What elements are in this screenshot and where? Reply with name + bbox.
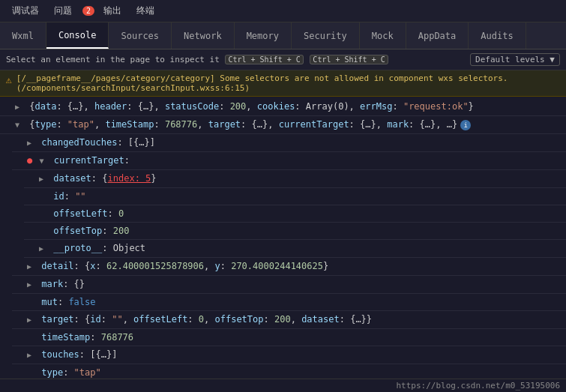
- warning-bar: ⚠ [/__pageframe__/pages/category/categor…: [0, 70, 566, 97]
- prop-key: currentTarget: [54, 155, 124, 166]
- prop-key: dataset: [53, 173, 91, 184]
- log-entry: {data: {…}, header: {…}, statusCode: 200…: [0, 98, 566, 116]
- log-level-dropdown[interactable]: Default levels ▼: [470, 53, 560, 66]
- menu-debugger[interactable]: 调试器: [6, 3, 45, 19]
- prop-key: touches: [41, 349, 79, 360]
- warning-icon: ⚠: [6, 74, 12, 85]
- prop-key: __proto__: [53, 243, 102, 253]
- log-entry: detail: {x: 62.400001525878906, y: 270.4…: [12, 258, 566, 276]
- expand-arrow[interactable]: [27, 260, 36, 274]
- warning-text: [/__pageframe__/pages/category/category]…: [16, 73, 560, 93]
- tab-audits[interactable]: Audits: [469, 22, 526, 49]
- prop-key: type: [41, 367, 63, 378]
- prop-key: mut: [41, 297, 58, 307]
- tab-appdata[interactable]: AppData: [406, 22, 469, 49]
- tab-sources[interactable]: Sources: [109, 22, 172, 49]
- log-entry: offsetTop: 200: [24, 223, 566, 240]
- log-entry: mut: false: [12, 294, 566, 311]
- expand-arrow[interactable]: [15, 118, 24, 132]
- menu-issues[interactable]: 问题: [48, 3, 78, 19]
- prop-key: target: [41, 314, 73, 325]
- menu-terminal[interactable]: 终端: [130, 3, 160, 19]
- footer-bar: https://blog.csdn.net/m0_53195006: [0, 379, 566, 392]
- prop-key: id: [53, 191, 64, 202]
- prop-key: offsetLeft: [53, 208, 107, 219]
- expand-arrow[interactable]: [27, 136, 36, 150]
- top-bar: 调试器 问题 2 输出 终端: [0, 0, 566, 22]
- menu-output[interactable]: 输出: [97, 3, 127, 19]
- log-entry: dataset: {index: 5}: [24, 170, 566, 188]
- hint-text: Select an element in the page to inspect…: [6, 55, 220, 64]
- expand-arrow[interactable]: [15, 100, 24, 114]
- tab-mock[interactable]: Mock: [360, 22, 406, 49]
- console-toolbar: Select an element in the page to inspect…: [0, 49, 566, 70]
- expand-arrow[interactable]: [39, 242, 48, 256]
- log-entry: target: {id: "", offsetLeft: 0, offsetTo…: [12, 311, 566, 329]
- expand-arrow[interactable]: [27, 349, 36, 362]
- log-entry: __proto__: Object: [24, 240, 566, 258]
- shortcut2: Ctrl + Shift + C: [310, 55, 388, 64]
- expand-arrow[interactable]: [27, 278, 36, 292]
- log-entry: ● currentTarget:: [12, 152, 566, 170]
- inspect-hint: Select an element in the page to inspect…: [6, 55, 464, 64]
- expand-arrow[interactable]: [39, 172, 48, 186]
- prop-key: offsetTop: [53, 226, 102, 236]
- tab-console[interactable]: Console: [46, 22, 109, 49]
- issues-badge: 2: [82, 6, 94, 16]
- footer-url: https://blog.csdn.net/m0_53195006: [396, 381, 560, 391]
- log-entry: mark: {}: [12, 276, 566, 294]
- red-dot-icon: ●: [27, 155, 32, 166]
- log-entry: timeStamp: 768776: [12, 329, 566, 346]
- log-entry: id: "": [24, 188, 566, 205]
- log-entry: {type: "tap", timeStamp: 768776, target:…: [0, 116, 566, 134]
- log-entry: offsetLeft: 0: [24, 205, 566, 223]
- tab-bar: Wxml Console Sources Network Memory Secu…: [0, 22, 566, 49]
- tab-security[interactable]: Security: [292, 22, 360, 49]
- prop-key: mark: [41, 279, 63, 289]
- prop-key: detail: [41, 261, 73, 271]
- entry-preview: {type: "tap", timeStamp: 768776, target:…: [29, 119, 471, 130]
- entry-preview: {data: {…}, header: {…}, statusCode: 200…: [29, 101, 474, 112]
- prop-key: changedTouches: [41, 137, 117, 148]
- log-entry: changedTouches: [{…}]: [12, 134, 566, 152]
- prop-key: timeStamp: [41, 332, 90, 343]
- tab-memory[interactable]: Memory: [235, 22, 292, 49]
- console-output: {data: {…}, header: {…}, statusCode: 200…: [0, 97, 566, 388]
- expand-arrow[interactable]: [27, 313, 36, 327]
- tab-wxml[interactable]: Wxml: [0, 22, 46, 49]
- expand-arrow[interactable]: [39, 154, 48, 168]
- tab-network[interactable]: Network: [172, 22, 235, 49]
- shortcut1: Ctrl + Shift + C: [225, 55, 303, 64]
- log-entry: touches: [{…}]: [12, 346, 566, 364]
